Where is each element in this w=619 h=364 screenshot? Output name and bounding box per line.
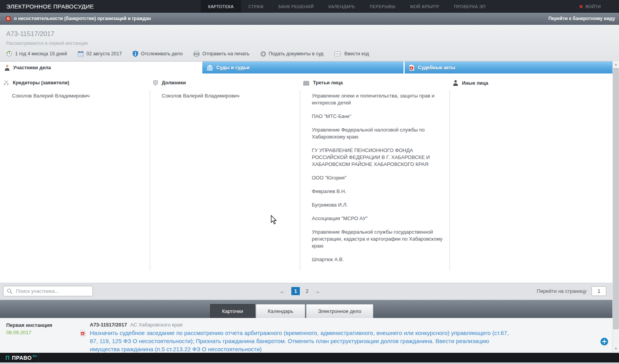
participants-panel: Кредиторы (заявители) Соколов Валерий Вл…: [0, 73, 612, 283]
swords-icon: [3, 80, 9, 85]
scroll-down-arrow[interactable]: ▼: [613, 346, 619, 352]
goto-page-input[interactable]: [592, 286, 606, 296]
bottom-strip: [0, 362, 619, 364]
judicial-act-link[interactable]: Назначить судебное заседание по рассмотр…: [90, 329, 511, 353]
pravo-logo-icon: П: [5, 354, 10, 361]
participant-item[interactable]: Управление опеки и попечительства, защит…: [312, 92, 447, 106]
nav-item-pereryvy[interactable]: ПЕРЕРЫВЫ: [362, 0, 402, 13]
participant-item[interactable]: Соколов Валерий Владимирович: [12, 92, 147, 99]
nav-item-kartoteka[interactable]: КАРТОТЕКА: [201, 0, 241, 13]
print-button[interactable]: Отправить на печать: [193, 51, 250, 57]
goto-page: Перейти на страницу: [537, 286, 606, 296]
registration-date-label: 02 августа 2017: [86, 51, 122, 56]
view-tab-cards[interactable]: Карточки: [210, 304, 255, 318]
act-pdf-icon: A: [80, 330, 85, 336]
third-parties-header: Третьи лица: [300, 80, 450, 85]
column-divider: [300, 90, 300, 271]
participant-item[interactable]: ПАО "МТС-Банк": [312, 113, 447, 120]
prev-page-arrow[interactable]: ←: [280, 287, 286, 295]
column-divider: [150, 90, 150, 271]
top-nav-menu: КАРТОТЕКА СТРАЖ БАНК РЕШЕНИЙ КАЛЕНДАРЬ П…: [201, 0, 493, 13]
view-tab-calendar[interactable]: Календарь: [256, 304, 305, 318]
track-shield-icon: [133, 51, 138, 57]
participant-item[interactable]: Управление Федеральной службы государств…: [312, 229, 447, 250]
tab-judicial-acts[interactable]: A Судебные акты: [405, 62, 612, 73]
participant-item[interactable]: ООО "Югория": [312, 174, 447, 181]
view-tabs: Карточки Календарь Электронное дело: [210, 304, 373, 318]
scroll-up-arrow[interactable]: ▲: [613, 62, 619, 68]
expand-plus-button[interactable]: [600, 338, 608, 345]
participant-item[interactable]: Февралев В.Н.: [312, 188, 447, 195]
participant-item[interactable]: Управление Федеральной налоговой службы …: [312, 126, 447, 140]
instance-panel: Первая инстанция 08.09.2017 А73-11517/20…: [0, 318, 619, 353]
third-parties-title: Третьи лица: [313, 80, 343, 85]
search-input[interactable]: [15, 288, 92, 294]
printer-icon: [193, 51, 200, 57]
svg-text:A: A: [410, 67, 412, 70]
court-icon: [207, 65, 213, 70]
participant-search[interactable]: [3, 286, 93, 296]
case-number: А73-11517/2017: [6, 30, 619, 38]
case-duration-label: 1 год 4 месяца 15 дней: [15, 51, 67, 56]
view-switcher-bar: Карточки Календарь Электронное дело: [0, 300, 619, 318]
page-1-button[interactable]: 1: [291, 287, 300, 295]
page-footer: П ПРАВО RU: [0, 353, 619, 362]
pdf-icon: A: [409, 65, 414, 71]
login-status-icon: [580, 5, 583, 8]
nav-item-moy-arbitr[interactable]: МОЙ АРБИТР: [403, 0, 447, 13]
participant-item[interactable]: Ассоциация "МСРО АУ": [312, 215, 447, 222]
login-button[interactable]: ВОЙТИ: [580, 0, 601, 13]
nav-item-proverka-ep[interactable]: ПРОВЕРКА ЭП: [447, 0, 493, 13]
nav-item-bank-resheniy[interactable]: БАНК РЕШЕНИЙ: [271, 0, 321, 13]
next-page-arrow[interactable]: →: [314, 287, 320, 295]
view-tab-electronic-case[interactable]: Электронное дело: [306, 304, 373, 318]
participant-item[interactable]: Соколов Валерий Владимирович: [162, 92, 297, 99]
vertical-scrollbar[interactable]: ▲ ▼: [612, 61, 619, 352]
other-persons-header: Иные лица: [450, 80, 612, 86]
case-type-label: о несостоятельности (банкротстве) органи…: [14, 16, 151, 21]
participants-icon: [5, 65, 10, 71]
top-nav-bar: ЭЛЕКТРОННОЕ ПРАВОСУДИЕ КАРТОТЕКА СТРАЖ Б…: [0, 0, 619, 13]
tab-participants-label: Участники дела: [13, 65, 51, 70]
person-icon: [453, 80, 458, 86]
nav-item-kalendar[interactable]: КАЛЕНДАРЬ: [321, 0, 363, 13]
participant-item[interactable]: Шпартюк А.В.: [312, 256, 447, 263]
instance-case-line: А73-11517/2017 АС Хабаровского края: [90, 322, 183, 328]
instance-case-number: А73-11517/2017: [90, 322, 127, 328]
shield-icon: [153, 80, 158, 85]
app-brand: ЭЛЕКТРОННОЕ ПРАВОСУДИЕ: [6, 0, 94, 13]
page-2-button[interactable]: 2: [306, 288, 308, 294]
clock-icon: [6, 51, 12, 57]
tab-courts-judges[interactable]: Суды и судьи: [202, 62, 404, 73]
print-label: Отправить на печать: [202, 51, 250, 56]
track-case-button[interactable]: Отслеживать дело: [133, 51, 183, 57]
submit-documents-button[interactable]: Подать документы в суд: [260, 51, 323, 57]
login-label: ВОЙТИ: [585, 4, 601, 9]
enter-code-button[interactable]: Ввести код: [334, 51, 369, 56]
svg-text:A: A: [82, 332, 84, 335]
track-case-label: Отслеживать дело: [141, 51, 183, 56]
creditors-title: Кредиторы (заявители): [13, 80, 69, 85]
nav-item-strazh[interactable]: СТРАЖ: [241, 0, 271, 13]
debtors-header: Должники: [150, 80, 300, 85]
pravo-ru-logo[interactable]: П ПРАВО RU: [5, 354, 36, 361]
other-persons-column: Иные лица: [450, 80, 612, 93]
creditors-column: Кредиторы (заявители) Соколов Валерий Вл…: [0, 80, 150, 106]
participant-item[interactable]: ГУ УПРАВЛЕНИЕ ПЕНСИОННОГО ФОНДА РОССИЙСК…: [312, 147, 447, 168]
switch-bankruptcy-view-link[interactable]: Перейти к банкротному виду: [548, 16, 615, 21]
tab-courts-judges-label: Суды и судьи: [216, 65, 250, 70]
pravo-logo-suffix: RU: [32, 354, 37, 358]
tab-judicial-acts-label: Судебные акты: [418, 65, 455, 70]
enter-code-label: Ввести код: [344, 51, 369, 56]
plus-circle-icon: [260, 51, 266, 57]
tab-participants[interactable]: Участники дела: [0, 62, 201, 73]
calendar-icon: [78, 51, 84, 57]
electronic-justice-app: ЭЛЕКТРОННОЕ ПРАВОСУДИЕ КАРТОТЕКА СТРАЖ Б…: [0, 0, 619, 364]
scrollbar-thumb[interactable]: [613, 68, 619, 329]
debtors-title: Должники: [162, 80, 186, 85]
instance-date: 08.09.2017: [6, 330, 31, 335]
participant-item[interactable]: Бугримова И.Л.: [312, 202, 447, 208]
instance-court: АС Хабаровского края: [130, 322, 183, 328]
case-header: А73-11517/2017 Рассматривается в первой …: [0, 25, 619, 61]
case-type: Б о несостоятельности (банкротстве) орга…: [6, 16, 151, 21]
